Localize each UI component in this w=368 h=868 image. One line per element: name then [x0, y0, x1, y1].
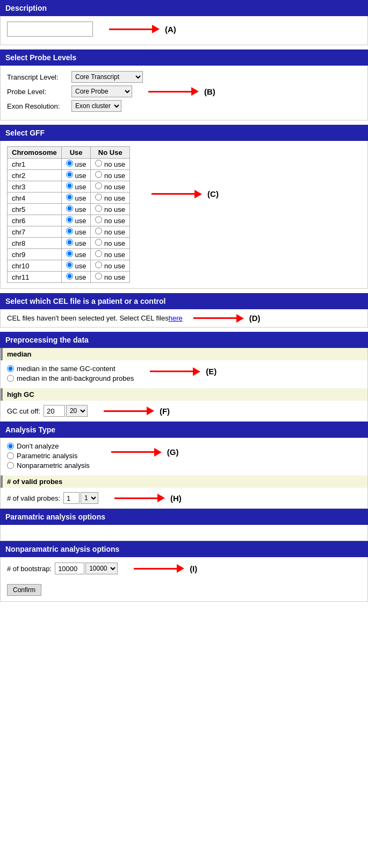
use-radio[interactable]	[66, 205, 73, 212]
nouse-radio[interactable]	[95, 261, 102, 268]
chr-name: chr7	[8, 226, 62, 238]
label-i: (I)	[190, 564, 197, 573]
nouse-radio[interactable]	[95, 273, 102, 280]
nouse-radio[interactable]	[95, 216, 102, 223]
label-a: (A)	[165, 25, 176, 34]
gc-cutoff-select[interactable]: 202530	[66, 405, 88, 417]
label-e: (E)	[206, 367, 217, 376]
transcript-select[interactable]: Core Transcript Extended Transcript Full…	[71, 71, 143, 83]
nouse-radio[interactable]	[95, 194, 102, 201]
probe-levels-header: Select Probe Levels	[0, 49, 368, 66]
high-gc-subheader: high GC	[1, 388, 367, 401]
label-c: (C)	[207, 189, 219, 198]
nouse-radio[interactable]	[95, 227, 102, 234]
use-radio-cell[interactable]: use	[61, 226, 91, 238]
use-radio-cell[interactable]: use	[61, 170, 91, 181]
nouse-radio-cell[interactable]: no use	[91, 204, 130, 215]
table-row: chr9 use no use	[8, 249, 130, 260]
median-radio2[interactable]	[7, 375, 14, 382]
label-b: (B)	[204, 87, 215, 96]
use-radio-cell[interactable]: use	[61, 193, 91, 204]
description-input[interactable]	[7, 22, 93, 37]
table-row: chr10 use no use	[8, 260, 130, 272]
median-subheader: median	[1, 348, 367, 360]
table-row: chr4 use no use	[8, 193, 130, 204]
table-row: chr11 use no use	[8, 272, 130, 283]
use-radio-cell[interactable]: use	[61, 159, 91, 170]
use-radio-cell[interactable]: use	[61, 181, 91, 193]
confirm-button[interactable]: Confirm	[7, 584, 41, 596]
nouse-radio[interactable]	[95, 182, 102, 189]
nouse-radio-cell[interactable]: no use	[91, 238, 130, 249]
cel-link[interactable]: here	[169, 314, 183, 322]
analysis-radio3-label: Nonparametric analysis	[17, 461, 90, 469]
nouse-radio-cell[interactable]: no use	[91, 272, 130, 283]
use-radio[interactable]	[66, 227, 73, 234]
parametric-header: Paramatric analysis options	[0, 509, 368, 525]
nouse-radio[interactable]	[95, 250, 102, 257]
nouse-radio-cell[interactable]: no use	[91, 170, 130, 181]
nouse-radio[interactable]	[95, 239, 102, 246]
description-header: Description	[0, 0, 368, 16]
arrow-c-icon	[151, 190, 202, 198]
nouse-radio-cell[interactable]: no use	[91, 260, 130, 272]
valid-probes-input[interactable]	[63, 492, 80, 504]
use-radio[interactable]	[66, 160, 73, 167]
use-radio[interactable]	[66, 216, 73, 223]
exon-label: Exon Resolution:	[7, 102, 71, 110]
analysis-radio2[interactable]	[7, 452, 14, 459]
nouse-radio[interactable]	[95, 171, 102, 178]
gff-table: Chromosome Use No Use chr1 use no use ch…	[7, 146, 130, 283]
analysis-radio3[interactable]	[7, 462, 14, 469]
table-row: chr2 use no use	[8, 170, 130, 181]
analysis-radio1[interactable]	[7, 443, 14, 450]
label-f: (F)	[160, 407, 170, 416]
valid-probes-label: # of valid probes:	[7, 494, 60, 502]
preprocessing-header: Preprocessing the data	[0, 332, 368, 348]
use-radio[interactable]	[66, 182, 73, 189]
bootstrap-input[interactable]	[55, 563, 84, 574]
exon-select[interactable]: Exon cluster Exon	[71, 100, 121, 112]
probe-select[interactable]: Core Probe Extended Probe Full Probe	[71, 86, 132, 97]
arrow-a-icon	[109, 25, 160, 33]
use-radio[interactable]	[66, 171, 73, 178]
bootstrap-select[interactable]: 100001000100	[85, 563, 118, 574]
use-radio-cell[interactable]: use	[61, 215, 91, 226]
gc-cutoff-label: GC cut off:	[7, 407, 40, 415]
table-row: chr1 use no use	[8, 159, 130, 170]
gc-cutoff-input[interactable]	[44, 405, 65, 417]
nouse-radio-cell[interactable]: no use	[91, 226, 130, 238]
use-radio-cell[interactable]: use	[61, 204, 91, 215]
analysis-radio1-label: Don't analyze	[17, 442, 59, 450]
use-radio[interactable]	[66, 194, 73, 201]
median-radio1[interactable]	[7, 365, 14, 372]
use-radio[interactable]	[66, 239, 73, 246]
nouse-radio-cell[interactable]: no use	[91, 193, 130, 204]
use-radio-cell[interactable]: use	[61, 249, 91, 260]
chr-name: chr2	[8, 170, 62, 181]
nouse-radio-cell[interactable]: no use	[91, 249, 130, 260]
chr-name: chr1	[8, 159, 62, 170]
use-radio-cell[interactable]: use	[61, 260, 91, 272]
nouse-radio[interactable]	[95, 160, 102, 167]
nouse-radio-cell[interactable]: no use	[91, 215, 130, 226]
nouse-radio[interactable]	[95, 205, 102, 212]
use-radio[interactable]	[66, 261, 73, 268]
col-use: Use	[61, 147, 91, 159]
arrow-e-icon	[150, 367, 200, 376]
arrow-f-icon	[104, 407, 154, 415]
chr-name: chr4	[8, 193, 62, 204]
nouse-radio-cell[interactable]: no use	[91, 159, 130, 170]
nouse-radio-cell[interactable]: no use	[91, 181, 130, 193]
use-radio-cell[interactable]: use	[61, 272, 91, 283]
table-row: chr3 use no use	[8, 181, 130, 193]
chr-name: chr3	[8, 181, 62, 193]
valid-probes-select[interactable]: 123	[81, 492, 98, 504]
use-radio[interactable]	[66, 250, 73, 257]
arrow-h-icon	[114, 494, 165, 502]
use-radio[interactable]	[66, 273, 73, 280]
valid-probes-subheader: # of valid probes	[1, 475, 367, 488]
cel-message: CEL files haven't been selected yet. Sel…	[7, 314, 169, 322]
use-radio-cell[interactable]: use	[61, 238, 91, 249]
chr-name: chr8	[8, 238, 62, 249]
